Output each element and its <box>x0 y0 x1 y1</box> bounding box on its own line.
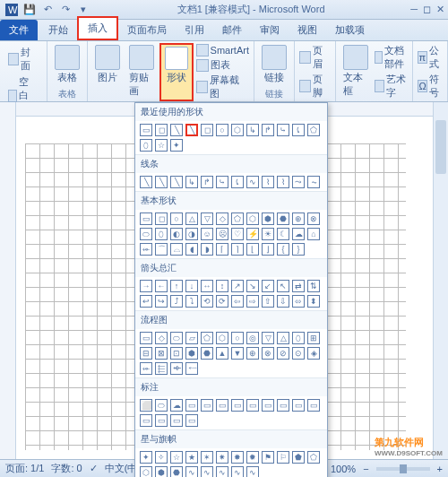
shape-item[interactable]: ◻ <box>201 124 213 136</box>
shape-item[interactable]: { <box>277 243 289 256</box>
shape-item[interactable]: ✷ <box>216 451 228 464</box>
shape-item[interactable]: ▭ <box>216 399 228 412</box>
shape-item[interactable]: ⬡ <box>246 212 259 225</box>
shape-item[interactable]: ○ <box>231 332 244 344</box>
shape-item[interactable]: ▭ <box>231 399 244 412</box>
shape-item[interactable]: ⬜ <box>140 399 152 412</box>
shape-item[interactable]: ⬰ <box>140 362 152 375</box>
shape-item[interactable]: ⬠ <box>307 124 320 136</box>
shape-item[interactable]: ▭ <box>140 124 152 136</box>
shape-item[interactable]: ⟲ <box>201 295 213 308</box>
link-button[interactable]: 链接 <box>258 43 290 86</box>
picture-button[interactable]: 图片 <box>91 43 124 101</box>
shape-item[interactable]: ♡ <box>231 228 244 240</box>
equation-button[interactable]: π公式 <box>417 43 444 72</box>
tab-references[interactable]: 引用 <box>176 20 213 40</box>
shape-item[interactable]: ⬳ <box>185 362 198 375</box>
shape-item[interactable]: △ <box>277 332 289 344</box>
shape-item[interactable]: ← <box>155 280 168 292</box>
shape-item[interactable]: ⬭ <box>140 228 152 240</box>
shape-item[interactable]: ☁ <box>292 228 305 240</box>
shape-item[interactable]: ⬠ <box>231 212 244 225</box>
zoom-in-icon[interactable]: + <box>437 464 443 474</box>
shape-item[interactable]: ⬢ <box>155 466 168 477</box>
vertical-scrollbar[interactable] <box>433 102 448 459</box>
shape-item[interactable]: ↩ <box>140 295 152 308</box>
shape-item[interactable]: ↗ <box>231 280 244 292</box>
shape-item[interactable]: ⬠ <box>201 332 213 344</box>
shape-item[interactable]: ⬣ <box>201 347 213 360</box>
shape-item[interactable]: → <box>140 280 152 292</box>
shape-item[interactable]: ☆ <box>170 451 183 464</box>
shape-item[interactable]: ▲ <box>216 347 228 360</box>
shape-item[interactable]: ↪ <box>155 295 168 308</box>
shape-item[interactable]: ⚐ <box>277 451 289 464</box>
shape-item[interactable]: ◇ <box>155 332 168 344</box>
shape-item[interactable]: ∿ <box>185 466 198 477</box>
shape-item[interactable]: ▭ <box>292 399 305 412</box>
shape-item[interactable]: ⊟ <box>140 347 152 360</box>
shape-item[interactable]: ⬰ <box>140 243 152 256</box>
shape-item[interactable]: ∿ <box>201 466 213 477</box>
shape-item[interactable]: ✦ <box>170 139 183 152</box>
shape-item[interactable]: ⇨ <box>246 295 259 308</box>
status-proof-icon[interactable]: ✓ <box>90 463 98 474</box>
shape-item[interactable]: ◐ <box>170 228 183 240</box>
shape-item[interactable]: ○ <box>170 212 183 225</box>
shape-item[interactable]: ⬲ <box>170 362 183 375</box>
shape-item[interactable]: ⚡ <box>246 228 259 240</box>
shape-item[interactable]: ↕ <box>216 280 228 292</box>
shape-item[interactable]: ⬯ <box>292 332 305 344</box>
shape-item[interactable]: ☹ <box>216 228 228 240</box>
shape-item[interactable]: ⇧ <box>262 295 274 308</box>
shape-item[interactable]: ▼ <box>231 347 244 360</box>
shape-item[interactable]: ▭ <box>185 414 198 427</box>
shape-item[interactable]: ⌉ <box>231 243 244 256</box>
shape-item[interactable]: ∿ <box>246 176 259 188</box>
shape-item[interactable]: ▭ <box>140 414 152 427</box>
shape-item[interactable]: ◻ <box>155 212 168 225</box>
tab-insert[interactable]: 插入 <box>77 16 118 40</box>
shape-item[interactable]: ⊡ <box>170 347 183 360</box>
shape-item[interactable]: ╲ <box>170 124 183 136</box>
shape-item[interactable]: ▭ <box>140 332 152 344</box>
shape-item[interactable]: ↙ <box>262 280 274 292</box>
shape-item[interactable]: ⟳ <box>216 295 228 308</box>
tab-addins[interactable]: 加载项 <box>326 20 374 40</box>
shape-item[interactable]: ⇩ <box>277 295 289 308</box>
shape-item[interactable]: ✸ <box>231 451 244 464</box>
tab-view[interactable]: 视图 <box>289 20 326 40</box>
shape-item[interactable]: ↑ <box>170 280 183 292</box>
shape-item[interactable]: ⤹ <box>231 176 244 188</box>
shape-item[interactable]: ↱ <box>201 176 213 188</box>
shape-item[interactable]: ⊞ <box>307 332 320 344</box>
chart-button[interactable]: 图表 <box>195 57 250 73</box>
shape-item[interactable]: ⬄ <box>292 295 305 308</box>
shape-item[interactable]: ✶ <box>201 451 213 464</box>
tab-mailings[interactable]: 邮件 <box>213 20 251 40</box>
close-icon[interactable]: ✕ <box>436 4 444 15</box>
shape-item[interactable]: ⬠ <box>307 451 320 464</box>
shape-item[interactable]: ◑ <box>185 228 198 240</box>
shape-item[interactable]: ↖ <box>277 280 289 292</box>
shape-item[interactable]: ✧ <box>155 451 168 464</box>
shape-item[interactable]: ✹ <box>246 451 259 464</box>
shape-item[interactable]: ⊗ <box>262 347 274 360</box>
shape-item[interactable]: ↳ <box>185 176 198 188</box>
shape-item[interactable]: ⤷ <box>216 176 228 188</box>
zoom-slider[interactable] <box>376 467 430 471</box>
shape-item[interactable]: } <box>292 243 305 256</box>
shape-item[interactable]: ☀ <box>262 228 274 240</box>
docparts-button[interactable]: 文档部件 <box>374 43 409 72</box>
shape-item[interactable]: ⊕ <box>292 212 305 225</box>
status-words[interactable]: 字数: 0 <box>51 462 82 475</box>
shape-item[interactable]: ⤳ <box>292 176 305 188</box>
shape-item[interactable]: ⬱ <box>155 362 168 375</box>
shape-item[interactable]: ⊘ <box>277 347 289 360</box>
shape-item[interactable]: ⌊ <box>246 243 259 256</box>
shape-item[interactable]: ⬭ <box>155 399 168 412</box>
tab-review[interactable]: 审阅 <box>251 20 289 40</box>
shape-item[interactable]: ↓ <box>185 280 198 292</box>
shape-item[interactable]: ◖ <box>185 243 198 256</box>
shape-item[interactable]: ⬡ <box>231 124 244 136</box>
